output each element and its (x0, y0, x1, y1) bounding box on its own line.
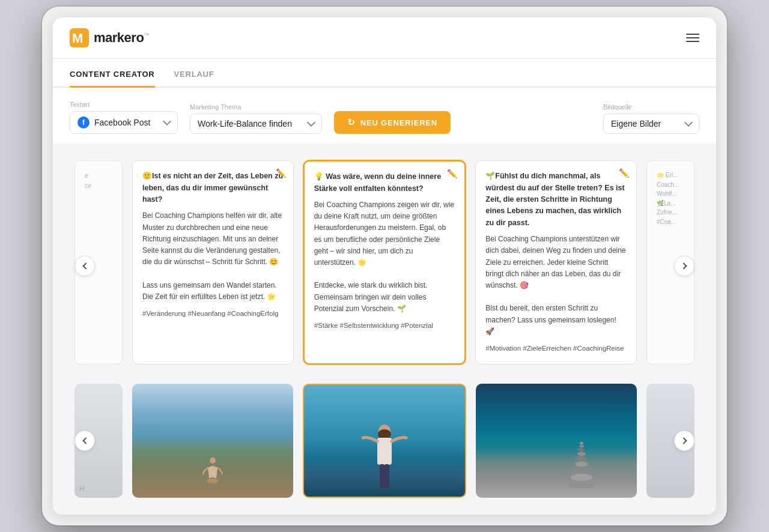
hamburger-menu-button[interactable] (686, 34, 699, 42)
marketing-label: Marketing Thema (190, 103, 322, 110)
marketing-value: Work-Life-Balance finden (198, 119, 303, 128)
edit-button[interactable]: ✏️ (275, 167, 287, 179)
logo-icon: M (70, 28, 89, 47)
textart-label: Textart (70, 101, 178, 108)
card-title: 💡 Was wäre, wenn du deine innere Stärke … (314, 171, 455, 195)
svg-rect-9 (380, 464, 384, 488)
svg-rect-8 (377, 438, 392, 465)
image-carousel-next-button[interactable] (674, 431, 695, 451)
svg-point-3 (207, 479, 219, 483)
list-item[interactable] (476, 384, 637, 498)
marketing-thema-control: Marketing Thema Work-Life-Balance finden (190, 103, 322, 134)
svg-point-2 (210, 458, 216, 464)
chevron-right-icon (680, 437, 687, 444)
list-item[interactable]: ✏️ 🙂Ist es nicht an der Zeit, das Leben … (132, 160, 294, 364)
refresh-icon: ↻ (347, 117, 356, 128)
tab-verlauf[interactable]: VERLAUF (174, 60, 214, 88)
app-name: markero™ (94, 30, 150, 46)
meditation-figure (202, 456, 223, 483)
bildquelle-control: Bildquelle Eigene Bilder (603, 103, 699, 134)
chevron-right-icon (680, 262, 687, 269)
svg-text:M: M (72, 31, 83, 46)
edit-button[interactable]: ✏️ (618, 167, 630, 179)
svg-point-19 (580, 442, 583, 444)
chevron-left-icon (82, 437, 89, 444)
svg-point-14 (575, 461, 588, 467)
card-body: Bei Coaching Champions helfen wir dir, a… (142, 210, 284, 303)
woman-figure (360, 419, 409, 491)
image-carousel: H (53, 379, 716, 503)
card-body: Bei Coaching Champions unterstützen wir … (485, 234, 627, 337)
chevron-down-icon (307, 118, 315, 127)
card-body: Bei Coaching Champions zeigen wir dir, w… (314, 199, 455, 315)
svg-point-15 (576, 456, 586, 461)
bildquelle-select[interactable]: Eigene Bilder (603, 113, 699, 134)
controls-bar: Textart f Facebook Post Marketing Thema … (53, 88, 716, 144)
svg-point-18 (579, 444, 584, 447)
card-title: 🙂Ist es nicht an der Zeit, das Leben zu … (142, 171, 284, 205)
chevron-down-icon (684, 118, 693, 127)
list-item[interactable]: ✏️ 🌱Fühlst du dich manchmal, als würdest… (475, 160, 637, 364)
card-hashtags: #Stärke #Selbstentwicklung #Potenzial (314, 321, 455, 331)
generate-label: NEU GENERIEREN (360, 118, 437, 127)
textart-control: Textart f Facebook Post (70, 101, 178, 134)
chevron-down-icon (163, 117, 171, 125)
cards-row: ece ✏️ 🙂Ist es nicht an der Zeit, das Le… (53, 156, 716, 369)
card-hashtags: #Motivation #ZieleErreichen #CoachingRei… (485, 343, 627, 354)
svg-point-12 (571, 474, 592, 481)
images-row: H (53, 379, 716, 503)
stacked-stones (567, 428, 597, 488)
textart-value: Facebook Post (94, 118, 159, 127)
list-item[interactable] (132, 384, 293, 498)
tabs-bar: CONTENT CREATOR VERLAUF (53, 59, 716, 88)
content-area: ece ✏️ 🙂Ist es nicht an der Zeit, das Le… (53, 144, 716, 514)
facebook-icon: f (78, 116, 90, 128)
image-carousel-prev-button[interactable] (74, 431, 95, 451)
tab-content-creator[interactable]: CONTENT CREATOR (70, 60, 155, 88)
svg-rect-10 (384, 464, 389, 488)
card-hashtags: #Veränderung #Neuanfang #CoachingErfolg (142, 309, 284, 319)
list-item[interactable] (303, 384, 466, 498)
svg-point-16 (577, 452, 586, 456)
list-item[interactable]: ✏️ 💡 Was wäre, wenn du deine innere Stär… (303, 160, 466, 364)
bildquelle-label: Bildquelle (603, 103, 699, 110)
textart-select[interactable]: f Facebook Post (70, 111, 178, 134)
bildquelle-value: Eigene Bilder (611, 119, 681, 128)
chevron-left-icon (82, 262, 89, 269)
svg-point-17 (578, 448, 585, 452)
carousel-next-button[interactable] (674, 256, 695, 276)
svg-point-11 (568, 481, 595, 488)
carousel-prev-button[interactable] (74, 256, 95, 276)
text-cards-carousel: ece ✏️ 🙂Ist es nicht an der Zeit, das Le… (53, 156, 716, 376)
generate-button[interactable]: ↻ NEU GENERIEREN (334, 111, 451, 134)
app-header: M markero™ (53, 17, 716, 59)
marketing-select[interactable]: Work-Life-Balance finden (190, 113, 322, 134)
logo: M markero™ (70, 28, 150, 47)
edit-button[interactable]: ✏️ (446, 168, 458, 180)
card-title: 🌱Fühlst du dich manchmal, als würdest du… (485, 171, 627, 229)
svg-point-13 (573, 467, 590, 473)
